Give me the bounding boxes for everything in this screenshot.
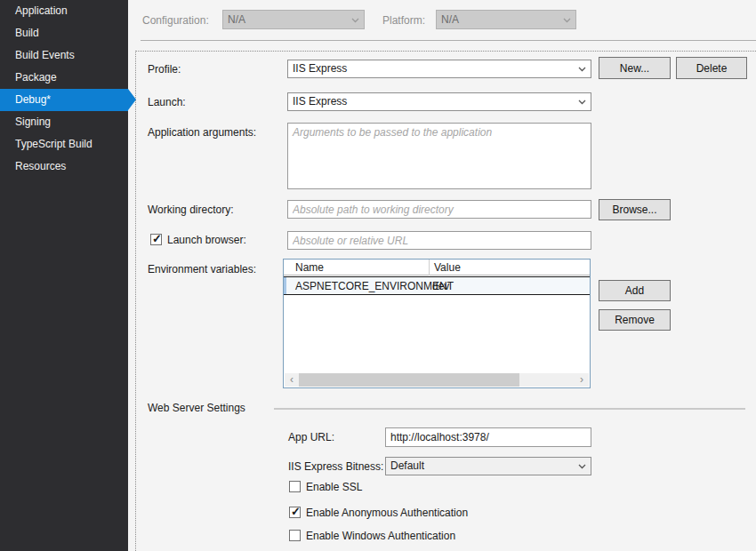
- chevron-down-icon: [578, 67, 586, 72]
- environment-variables-grid[interactable]: Name Value ASPNETCORE_ENVIRONMENT dev ‹ …: [283, 259, 591, 388]
- env-value-cell[interactable]: dev: [432, 280, 449, 292]
- profile-dropdown[interactable]: IIS Express: [287, 60, 591, 78]
- browse-button[interactable]: Browse...: [599, 199, 671, 220]
- new-profile-button[interactable]: New...: [599, 57, 671, 79]
- enable-anonymous-authentication-checkbox[interactable]: [289, 507, 301, 518]
- configuration-dropdown: N/A: [222, 10, 365, 29]
- enable-windows-authentication-checkbox[interactable]: [289, 530, 301, 541]
- sidebar-item-resources[interactable]: Resources: [0, 156, 128, 178]
- sidebar-item-signing[interactable]: Signing: [0, 111, 128, 133]
- sidebar-item-build-events[interactable]: Build Events: [0, 44, 128, 67]
- sidebar-item-application[interactable]: Application: [0, 0, 128, 22]
- launch-profile-panel: Profile: IIS Express New... Delete Launc…: [135, 51, 756, 551]
- separator-line: [141, 40, 756, 41]
- sidebar-item-typescript-build[interactable]: TypeScript Build: [0, 133, 128, 156]
- column-separator: [429, 260, 430, 276]
- launch-browser-label: Launch browser:: [167, 234, 246, 246]
- grid-header-value[interactable]: Value: [434, 261, 461, 274]
- launch-label: Launch:: [148, 96, 186, 108]
- platform-value: N/A: [441, 13, 459, 26]
- row-selector-strip: [284, 277, 286, 294]
- project-properties-sidebar: Application Build Build Events Package D…: [0, 0, 128, 551]
- scrollbar-thumb[interactable]: [299, 373, 519, 387]
- remove-variable-button[interactable]: Remove: [599, 309, 671, 331]
- grid-row-aspnetcore-environment[interactable]: ASPNETCORE_ENVIRONMENT dev: [284, 276, 590, 295]
- launch-dropdown[interactable]: IIS Express: [287, 92, 591, 111]
- enable-ssl-label: Enable SSL: [306, 481, 362, 493]
- configuration-value: N/A: [228, 13, 245, 26]
- add-variable-button[interactable]: Add: [599, 280, 671, 301]
- working-directory-input[interactable]: [287, 200, 591, 219]
- chevron-down-icon: [351, 18, 359, 23]
- sidebar-item-package[interactable]: Package: [0, 67, 128, 89]
- enable-anonymous-authentication-label: Enable Anonymous Authentication: [306, 507, 468, 519]
- sidebar-item-build[interactable]: Build: [0, 22, 128, 44]
- bitness-value: Default: [390, 459, 424, 472]
- scroll-right-icon[interactable]: ›: [575, 373, 589, 387]
- working-directory-label: Working directory:: [148, 204, 233, 216]
- application-arguments-label: Application arguments:: [148, 126, 256, 139]
- environment-variables-label: Environment variables:: [148, 263, 256, 276]
- section-divider-line: [274, 408, 745, 410]
- iis-express-bitness-label: IIS Express Bitness:: [288, 460, 383, 473]
- profile-value: IIS Express: [293, 62, 347, 75]
- enable-windows-authentication-label: Enable Windows Authentication: [306, 530, 455, 542]
- app-url-label: App URL:: [288, 431, 334, 443]
- launch-browser-checkbox[interactable]: [150, 234, 162, 245]
- web-server-settings-heading: Web Server Settings: [148, 402, 245, 414]
- app-url-input[interactable]: [385, 427, 591, 447]
- chevron-down-icon: [563, 18, 571, 23]
- configuration-label: Configuration:: [142, 14, 209, 27]
- sidebar-item-debug[interactable]: Debug*: [0, 89, 128, 111]
- grid-header-name[interactable]: Name: [295, 261, 324, 274]
- horizontal-scrollbar[interactable]: ‹ ›: [285, 373, 589, 387]
- application-arguments-input[interactable]: [287, 123, 591, 189]
- platform-label: Platform:: [382, 14, 425, 27]
- launch-value: IIS Express: [293, 95, 347, 108]
- delete-profile-button[interactable]: Delete: [676, 57, 747, 79]
- env-name-cell[interactable]: ASPNETCORE_ENVIRONMENT: [295, 280, 454, 292]
- platform-dropdown: N/A: [436, 10, 576, 29]
- scroll-left-icon[interactable]: ‹: [285, 373, 299, 387]
- enable-ssl-checkbox[interactable]: [289, 481, 301, 492]
- chevron-down-icon: [578, 464, 586, 469]
- debug-settings-page: Configuration: N/A Platform: N/A Profile…: [128, 0, 756, 551]
- iis-express-bitness-dropdown[interactable]: Default: [385, 457, 591, 475]
- chevron-down-icon: [578, 100, 586, 105]
- profile-label: Profile:: [148, 63, 181, 76]
- grid-header-row: Name Value: [284, 260, 590, 276]
- launch-browser-url-input[interactable]: [287, 231, 591, 250]
